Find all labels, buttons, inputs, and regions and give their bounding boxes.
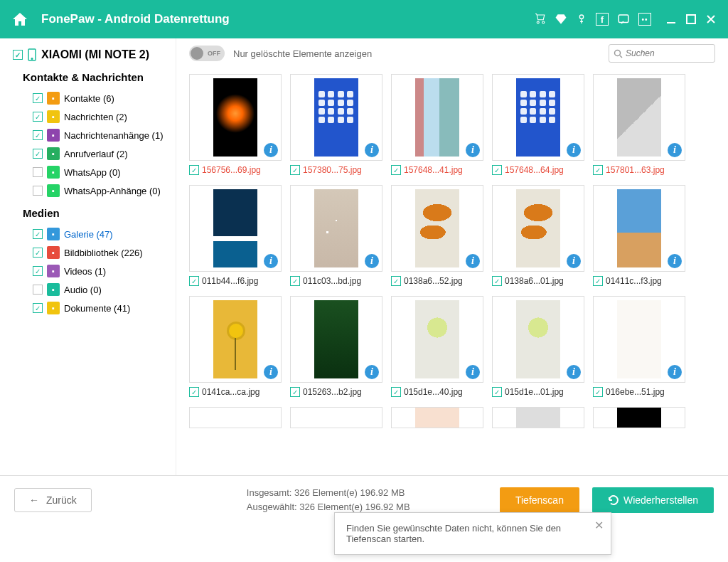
gallery-thumb[interactable]: i bbox=[492, 296, 584, 383]
gallery-thumb[interactable]: i bbox=[492, 185, 584, 272]
gallery-thumb[interactable]: i bbox=[189, 185, 282, 272]
gallery-thumb[interactable]: i bbox=[290, 74, 382, 161]
info-icon[interactable]: i bbox=[466, 143, 480, 157]
info-icon[interactable]: i bbox=[567, 365, 581, 379]
file-checkbox[interactable]: ✓ bbox=[391, 276, 401, 286]
sidebar-item-anrufverlauf[interactable]: ✓ ▪ Anrufverlauf (2) bbox=[13, 144, 168, 163]
diamond-icon[interactable] bbox=[555, 13, 567, 26]
gallery-thumb[interactable]: i bbox=[189, 74, 282, 161]
info-icon[interactable]: i bbox=[668, 254, 682, 268]
file-name[interactable]: ✓0138a6...01.jpg bbox=[492, 276, 584, 286]
file-checkbox[interactable]: ✓ bbox=[492, 387, 502, 397]
facebook-icon[interactable]: f bbox=[596, 13, 609, 26]
info-icon[interactable]: i bbox=[466, 254, 480, 268]
gallery-thumb[interactable] bbox=[189, 407, 282, 428]
gallery-thumb[interactable]: i bbox=[593, 74, 685, 161]
file-checkbox[interactable]: ✓ bbox=[593, 165, 603, 175]
item-checkbox[interactable]: ✓ bbox=[33, 186, 43, 196]
gallery-thumb[interactable]: i bbox=[492, 74, 584, 161]
gallery-thumb[interactable]: i bbox=[593, 296, 685, 383]
file-checkbox[interactable]: ✓ bbox=[593, 276, 603, 286]
info-icon[interactable]: i bbox=[264, 143, 278, 157]
minimize-icon[interactable] bbox=[665, 14, 677, 25]
sidebar-item-whatsapp[interactable]: ✓ ▪ WhatsApp (0) bbox=[13, 163, 168, 181]
file-name[interactable]: ✓011b44...f6.jpg bbox=[189, 276, 282, 286]
sidebar-item-videos[interactable]: ✓ ▪ Videos (1) bbox=[13, 262, 168, 280]
item-checkbox[interactable]: ✓ bbox=[33, 130, 43, 140]
device-row[interactable]: ✓ XIAOMI (MI NOTE 2) bbox=[13, 48, 168, 61]
file-checkbox[interactable]: ✓ bbox=[290, 387, 300, 397]
gallery-thumb[interactable] bbox=[492, 407, 584, 428]
item-checkbox[interactable]: ✓ bbox=[33, 248, 43, 258]
gallery-thumb[interactable] bbox=[593, 407, 685, 428]
item-checkbox[interactable]: ✓ bbox=[33, 229, 43, 239]
gallery-thumb[interactable]: i bbox=[290, 296, 382, 383]
feedback-icon[interactable] bbox=[617, 13, 630, 26]
file-name[interactable]: ✓157648...41.jpg bbox=[391, 165, 483, 175]
deleted-only-toggle[interactable]: OFF bbox=[189, 46, 225, 61]
sidebar-item-nachrichtenanhänge[interactable]: ✓ ▪ Nachrichtenanhänge (1) bbox=[13, 126, 168, 144]
info-icon[interactable]: i bbox=[668, 143, 682, 157]
file-checkbox[interactable]: ✓ bbox=[492, 165, 502, 175]
item-checkbox[interactable]: ✓ bbox=[33, 266, 43, 276]
gallery-thumb[interactable] bbox=[290, 407, 382, 428]
sidebar-item-audio[interactable]: ✓ ▪ Audio (0) bbox=[13, 280, 168, 299]
info-icon[interactable]: i bbox=[264, 254, 278, 268]
file-name[interactable]: ✓015263...b2.jpg bbox=[290, 387, 382, 397]
deepscan-button[interactable]: Tiefenscan bbox=[500, 487, 579, 513]
file-name[interactable]: ✓0138a6...52.jpg bbox=[391, 276, 483, 286]
device-checkbox[interactable]: ✓ bbox=[13, 50, 23, 60]
item-checkbox[interactable]: ✓ bbox=[33, 303, 43, 313]
item-checkbox[interactable]: ✓ bbox=[33, 285, 43, 295]
file-name[interactable]: ✓011c03...bd.jpg bbox=[290, 276, 382, 286]
sidebar-item-dokumente[interactable]: ✓ ▪ Dokumente (41) bbox=[13, 299, 168, 317]
info-icon[interactable]: i bbox=[365, 143, 379, 157]
key-icon[interactable] bbox=[576, 13, 587, 26]
file-name[interactable]: ✓157801...63.jpg bbox=[593, 165, 685, 175]
more-icon[interactable]: •• bbox=[638, 13, 651, 26]
gallery-thumb[interactable] bbox=[391, 407, 483, 428]
sidebar-item-galerie[interactable]: ✓ ▪ Galerie (47) bbox=[13, 225, 168, 243]
item-checkbox[interactable]: ✓ bbox=[33, 167, 43, 177]
close-icon[interactable]: ✕ bbox=[594, 519, 604, 532]
file-name[interactable]: ✓156756...69.jpg bbox=[189, 165, 282, 175]
back-button[interactable]: ← Zurück bbox=[14, 488, 92, 512]
file-name[interactable]: ✓01411c...f3.jpg bbox=[593, 276, 685, 286]
maximize-icon[interactable] bbox=[685, 14, 697, 25]
gallery-thumb[interactable]: i bbox=[189, 296, 282, 383]
info-icon[interactable]: i bbox=[466, 365, 480, 379]
file-checkbox[interactable]: ✓ bbox=[492, 276, 502, 286]
file-checkbox[interactable]: ✓ bbox=[189, 165, 199, 175]
file-name[interactable]: ✓015d1e...40.jpg bbox=[391, 387, 483, 397]
sidebar-item-whatsapp-anhänge[interactable]: ✓ ▪ WhatsApp-Anhänge (0) bbox=[13, 181, 168, 200]
info-icon[interactable]: i bbox=[264, 365, 278, 379]
gallery-thumb[interactable]: i bbox=[391, 185, 483, 272]
file-checkbox[interactable]: ✓ bbox=[593, 387, 603, 397]
file-name[interactable]: ✓157380...75.jpg bbox=[290, 165, 382, 175]
gallery-thumb[interactable]: i bbox=[290, 185, 382, 272]
info-icon[interactable]: i bbox=[567, 143, 581, 157]
file-name[interactable]: ✓015d1e...01.jpg bbox=[492, 387, 584, 397]
file-checkbox[interactable]: ✓ bbox=[391, 165, 401, 175]
gallery-thumb[interactable]: i bbox=[391, 296, 483, 383]
sidebar-item-bildbibliothek[interactable]: ✓ ▪ Bildbibliothek (226) bbox=[13, 243, 168, 262]
gallery-thumb[interactable]: i bbox=[391, 74, 483, 161]
file-name[interactable]: ✓0141ca...ca.jpg bbox=[189, 387, 282, 397]
file-checkbox[interactable]: ✓ bbox=[290, 165, 300, 175]
info-icon[interactable]: i bbox=[567, 254, 581, 268]
recover-button[interactable]: Wiederherstellen bbox=[592, 487, 714, 513]
item-checkbox[interactable]: ✓ bbox=[33, 149, 43, 159]
item-checkbox[interactable]: ✓ bbox=[33, 112, 43, 122]
info-icon[interactable]: i bbox=[365, 365, 379, 379]
file-checkbox[interactable]: ✓ bbox=[189, 276, 199, 286]
search-input[interactable] bbox=[626, 48, 710, 58]
file-name[interactable]: ✓016ebe...51.jpg bbox=[593, 387, 685, 397]
item-checkbox[interactable]: ✓ bbox=[33, 93, 43, 103]
file-checkbox[interactable]: ✓ bbox=[290, 276, 300, 286]
gallery-grid[interactable]: i i i i i✓156756...69.jpg✓157380...75.jp… bbox=[176, 68, 728, 475]
file-checkbox[interactable]: ✓ bbox=[391, 387, 401, 397]
info-icon[interactable]: i bbox=[365, 254, 379, 268]
sidebar-item-kontakte[interactable]: ✓ ▪ Kontakte (6) bbox=[13, 89, 168, 107]
close-icon[interactable] bbox=[705, 14, 717, 25]
cart-icon[interactable] bbox=[533, 13, 546, 26]
